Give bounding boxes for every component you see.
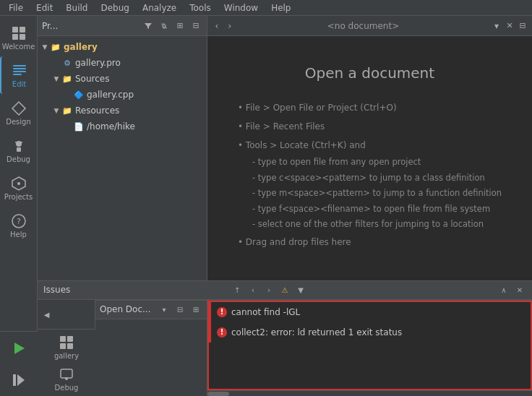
issues-prev-icon[interactable]: ‹ — [246, 283, 259, 296]
instruction-4: - type c<space><pattern> to jump to a cl… — [238, 171, 502, 186]
issue-row-1[interactable]: ! collect2: error: ld returned 1 exit st… — [209, 322, 531, 343]
debug-bottom-icon — [59, 366, 74, 382]
tree-icon-sources: 📁 — [62, 74, 72, 84]
tree-arrow-gallery: ▼ — [40, 43, 49, 51]
issues-filter-icon[interactable]: ▼ — [294, 283, 307, 296]
sidebar-item-gallery-bottom[interactable]: gallery — [41, 332, 92, 361]
editor-split-button[interactable]: ⊟ — [516, 20, 529, 33]
tree-item-gallery[interactable]: ▼ 📁 gallery — [38, 39, 207, 55]
debug-bottom-label: Debug — [55, 384, 79, 392]
open-docs-expand[interactable]: ⊞ — [189, 303, 202, 316]
issues-next-icon[interactable]: › — [262, 283, 275, 296]
scrollbar-thumb — [207, 392, 229, 396]
tree-item-sources[interactable]: ▼ 📁 Sources — [38, 71, 207, 87]
sidebar-label-help: Help — [10, 231, 27, 238]
issues-warning-icon[interactable]: ⚠ — [278, 283, 291, 296]
bottom-panel: Issues ↑ ‹ › ⚠ ▼ ∧ ✕ ◀ — [38, 280, 532, 396]
sidebar-label-projects: Projects — [4, 193, 33, 201]
instruction-8: • Drag and drop files here — [238, 233, 502, 251]
help-icon: ? — [11, 213, 27, 229]
tree-arrow-resources: ▼ — [52, 106, 61, 115]
run-icon — [11, 340, 27, 356]
open-docs-split[interactable]: ⊟ — [173, 303, 186, 316]
tree-icon-gallerypro: ⚙ — [62, 58, 72, 68]
sidebar-label-debug: Debug — [7, 155, 30, 163]
issues-close-icon[interactable]: ✕ — [513, 283, 526, 296]
svg-marker-21 — [14, 343, 25, 354]
instruction-7: - select one of the other filters for ju… — [238, 218, 502, 232]
editor-area: ‹ › <no document> ▾ ✕ ⊟ Open a document … — [207, 16, 532, 280]
project-panel-title: Pr... — [42, 21, 139, 31]
project-link-button[interactable] — [158, 20, 171, 33]
tree-item-gallerycpp[interactable]: 🔷 gallery.cpp — [38, 87, 207, 103]
menu-build[interactable]: Build — [60, 1, 93, 14]
tab-close-button[interactable]: ✕ — [503, 20, 516, 33]
horizontal-scrollbar[interactable] — [207, 390, 532, 396]
run-button[interactable] — [2, 334, 35, 363]
tab-nav-back[interactable]: ‹ — [210, 20, 223, 33]
tab-dropdown-button[interactable]: ▾ — [490, 20, 503, 33]
editor-tabs: ‹ › <no document> ▾ ✕ ⊟ — [207, 16, 532, 36]
svg-rect-22 — [13, 374, 16, 386]
tree-label-gallerypro: gallery.pro — [75, 58, 121, 68]
tab-no-document[interactable]: <no document> — [236, 16, 490, 36]
project-expand-button[interactable]: ⊞ — [173, 20, 186, 33]
sidebar-label-edit: Edit — [12, 80, 26, 88]
svg-rect-11 — [21, 142, 22, 143]
sidebar-item-welcome[interactable]: Welcome — [0, 19, 38, 56]
bottom-scroll-controls: ◀ — [40, 309, 93, 322]
project-panel: Pr... ⊞ ⊟ ▼ 📁 gallery — [38, 16, 207, 280]
project-tree: ▼ 📁 gallery ⚙ gallery.pro ▼ 📁 Sourc — [38, 36, 207, 280]
tree-item-gallerypro[interactable]: ⚙ gallery.pro — [38, 55, 207, 71]
issues-title: Issues — [43, 285, 228, 295]
open-docs-panel: Open Doc... ▾ ⊟ ⊞ — [95, 300, 207, 396]
svg-rect-5 — [13, 68, 26, 69]
open-docs-dropdown[interactable]: ▾ — [158, 303, 171, 316]
tree-label-resources: Resources — [75, 106, 119, 116]
bottom-row: ◀ Open Doc... ▾ ⊟ ⊞ ! — [38, 300, 532, 396]
issues-list-area: ! cannot find -lGL ! collect2: error: ld… — [207, 300, 532, 396]
svg-marker-23 — [17, 374, 25, 386]
issues-upload-icon[interactable]: ↑ — [231, 283, 244, 296]
welcome-icon — [11, 25, 27, 41]
tab-nav-forward[interactable]: › — [223, 20, 236, 33]
content-area: Pr... ⊞ ⊟ ▼ 📁 gallery — [38, 16, 532, 396]
sidebar-item-help[interactable]: ? Help — [0, 207, 38, 244]
sidebar-item-debug-bottom[interactable]: Debug — [41, 364, 92, 393]
project-split-button[interactable]: ⊟ — [189, 20, 202, 33]
tree-icon-homehike: 📄 — [74, 121, 84, 132]
instruction-5: - type m<space><pattern> to jump to a fu… — [238, 186, 502, 201]
menu-debug[interactable]: Debug — [95, 1, 134, 14]
error-icon-1: ! — [217, 327, 227, 337]
tree-item-resources[interactable]: ▼ 📁 Resources — [38, 103, 207, 119]
menu-file[interactable]: File — [3, 1, 29, 14]
sidebar-label-design: Design — [6, 118, 31, 126]
project-filter-button[interactable] — [142, 20, 155, 33]
menu-help[interactable]: Help — [265, 1, 296, 14]
svg-rect-2 — [12, 34, 18, 40]
menu-analyze[interactable]: Analyze — [137, 1, 182, 14]
projects-icon — [11, 176, 27, 191]
svg-rect-1 — [20, 27, 25, 33]
sidebar-item-design[interactable]: Design — [0, 94, 38, 132]
step-button[interactable] — [2, 366, 35, 395]
sidebar-item-debug[interactable]: Debug — [0, 132, 38, 169]
debug-run-buttons — [0, 331, 38, 396]
issue-row-0[interactable]: ! cannot find -lGL — [209, 302, 531, 322]
issues-collapse-icon[interactable]: ∧ — [497, 283, 510, 296]
tree-item-homehike[interactable]: 📄 /home/hike — [38, 119, 207, 134]
svg-rect-6 — [13, 71, 26, 72]
editor-content: Open a document • File > Open File or Pr… — [207, 36, 532, 280]
menu-window[interactable]: Window — [218, 1, 264, 14]
sidebar-item-edit[interactable]: Edit — [0, 56, 38, 94]
open-docs-header: Open Doc... ▾ ⊟ ⊞ — [95, 301, 207, 319]
sidebar-item-projects[interactable]: Projects — [0, 169, 38, 207]
top-row: Pr... ⊞ ⊟ ▼ 📁 gallery — [38, 16, 532, 280]
scroll-left-icon[interactable]: ◀ — [40, 309, 53, 322]
sidebar-label-welcome: Welcome — [2, 43, 35, 51]
open-doc-instructions: • File > Open File or Project (Ctrl+O) •… — [238, 99, 502, 252]
menu-tools[interactable]: Tools — [184, 1, 217, 14]
menu-edit[interactable]: Edit — [30, 1, 59, 14]
open-doc-title: Open a document — [305, 64, 434, 82]
edit-icon — [12, 63, 27, 79]
